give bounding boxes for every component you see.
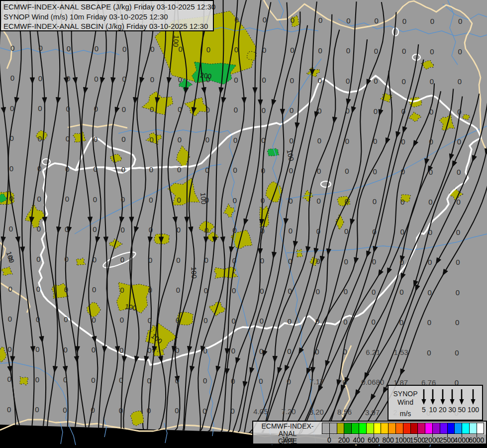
grid-value: 0 bbox=[95, 44, 98, 53]
grid-value: 0 bbox=[8, 285, 12, 293]
grid-value: 0 bbox=[260, 256, 264, 265]
wind-legend-unit: m/s bbox=[392, 410, 418, 418]
grid-value: 0 bbox=[94, 105, 98, 113]
grid-value: 0 bbox=[343, 378, 347, 386]
grid-value: 0 bbox=[92, 345, 96, 354]
grid-value: 0 bbox=[234, 106, 238, 114]
cape-tick-label: 2000 bbox=[424, 436, 440, 444]
grid-value: 0 bbox=[119, 406, 123, 415]
grid-value: 0 bbox=[149, 135, 153, 144]
grid-value: 0 bbox=[343, 318, 347, 326]
grid-value: 0 bbox=[262, 76, 266, 84]
grid-value: 0 bbox=[374, 77, 378, 85]
grid-value: 0 bbox=[289, 226, 292, 235]
grid-value: 0 bbox=[400, 227, 404, 236]
grid-value: 0 bbox=[288, 287, 292, 295]
grid-value: 0 bbox=[458, 47, 462, 56]
grid-value: 0 bbox=[233, 196, 237, 205]
grid-value: 0 bbox=[92, 316, 96, 324]
cape-color-box bbox=[403, 423, 410, 434]
cape-area-mid bbox=[267, 148, 279, 156]
grid-value: 0 bbox=[203, 346, 207, 355]
grid-value: 0 bbox=[429, 137, 433, 146]
grid-value: 0 bbox=[94, 75, 98, 83]
cape-legend-unit: J/kg bbox=[253, 436, 322, 444]
grid-value: 0 bbox=[149, 225, 153, 234]
cape-colorbar bbox=[322, 423, 484, 434]
cape-color-box bbox=[447, 423, 455, 434]
grid-value: 0 bbox=[37, 224, 41, 233]
grid-value: 0 bbox=[93, 255, 97, 264]
grid-value: 0 bbox=[66, 74, 70, 83]
cape-tick-label: 1500 bbox=[410, 436, 425, 444]
grid-value: 0 bbox=[316, 227, 320, 235]
grid-value: 0 bbox=[150, 75, 154, 84]
grid-value: 0 bbox=[65, 165, 69, 173]
cape-color-box bbox=[477, 423, 484, 434]
grid-value: 0 bbox=[91, 376, 95, 384]
grid-value: 8.56 bbox=[337, 408, 352, 416]
grid-value: 0 bbox=[291, 16, 294, 24]
grid-value: 0 bbox=[457, 137, 461, 146]
grid-value: 0 bbox=[456, 228, 460, 236]
cape-color-box bbox=[374, 423, 381, 434]
grid-value: 0 bbox=[430, 47, 434, 56]
grid-value: 0 bbox=[429, 108, 433, 116]
grid-value: 0 bbox=[38, 104, 42, 112]
grid-value: 0 bbox=[262, 106, 266, 114]
grid-value: 0 bbox=[206, 45, 210, 54]
grid-value: 0 bbox=[290, 106, 293, 114]
grid-value: 0 bbox=[316, 287, 320, 296]
grid-value: 0 bbox=[233, 166, 237, 174]
grid-value: 0 bbox=[64, 345, 68, 354]
grid-value: 0 bbox=[150, 105, 154, 113]
cape-legend: ECMWF-INDEX-ANAL CAPE J/kg 0200400600800… bbox=[252, 421, 487, 445]
grid-value: 0 bbox=[66, 134, 70, 143]
grid-value: 0 bbox=[231, 346, 235, 355]
grid-value: 0 bbox=[344, 287, 348, 296]
wind-legend-title: SYNOP Wind m/s bbox=[392, 390, 418, 418]
grid-value: 0 bbox=[147, 406, 151, 415]
cape-area-low bbox=[20, 377, 29, 385]
grid-value: 0 bbox=[120, 225, 124, 234]
grid-value: 0 bbox=[317, 167, 321, 175]
grid-value: 7.17 bbox=[309, 377, 324, 386]
grid-value: 0 bbox=[119, 376, 123, 384]
wind-speed-entry: 100 bbox=[468, 388, 479, 414]
grid-value: 0 bbox=[93, 225, 97, 233]
grid-value: 0 bbox=[203, 316, 207, 325]
cape-color-box bbox=[359, 423, 366, 434]
grid-value: 0 bbox=[287, 377, 291, 386]
grid-value: 0 bbox=[176, 316, 180, 325]
grid-value: 0 bbox=[455, 318, 459, 327]
grid-value: 0 bbox=[234, 15, 238, 24]
grid-value: 0 bbox=[428, 228, 432, 236]
grid-value: 0 bbox=[92, 285, 96, 294]
grid-value: 0 bbox=[288, 317, 292, 326]
grid-value: 0 bbox=[371, 318, 375, 326]
cape-tick-label: 2500 bbox=[439, 436, 455, 444]
grid-value: 0 bbox=[261, 136, 265, 144]
grid-value: 0 bbox=[345, 197, 349, 206]
grid-value: 0 bbox=[315, 347, 319, 356]
grid-value: 0 bbox=[202, 407, 206, 415]
cape-tick-label: 0 bbox=[327, 436, 331, 444]
grid-value: 0 bbox=[203, 376, 207, 385]
grid-value: 0 bbox=[93, 165, 97, 173]
cape-tick-label: 800 bbox=[383, 436, 394, 444]
grid-value: 0 bbox=[64, 255, 68, 263]
cape-color-box bbox=[410, 423, 418, 434]
grid-value: 0 bbox=[205, 166, 209, 174]
grid-value: 0 bbox=[120, 255, 124, 264]
grid-value: 0 bbox=[94, 135, 97, 143]
grid-value: 0 bbox=[175, 406, 179, 415]
grid-value: 0 bbox=[147, 376, 151, 385]
grid-value: 0 bbox=[318, 46, 322, 55]
grid-value: 0 bbox=[178, 75, 182, 84]
grid-value: 0 bbox=[372, 288, 376, 296]
grid-value: 0 bbox=[401, 167, 405, 176]
grid-value: 0 bbox=[150, 45, 154, 53]
grid-value: 0 bbox=[120, 316, 124, 324]
grid-value: 0 bbox=[430, 17, 434, 25]
grid-value: 0 bbox=[35, 375, 39, 384]
